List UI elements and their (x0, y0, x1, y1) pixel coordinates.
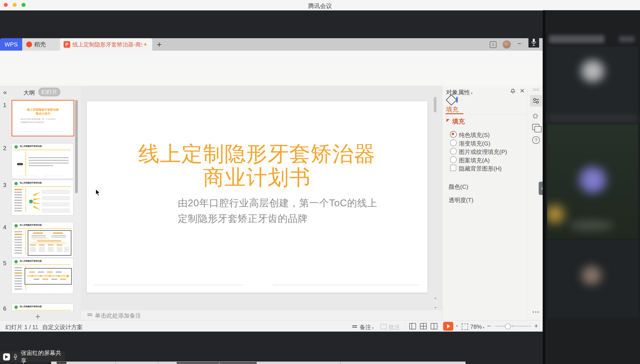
menubar: 文件∨ ↶▾ ↷ ⌄ 开始 插入 设计 切换 动画 放映 审阅 视图 开发工具 … (0, 51, 544, 63)
picture-fill-label: 图片或纹理填充(P) (459, 148, 507, 156)
object-properties-panel: 对象属性▾ ✕ 填充 填充 ▾ 纯色填充(S) 渐变填充(G) 图片或纹理填充(… (442, 86, 527, 320)
meeting-participants-panel (545, 10, 640, 364)
slide-subtitle-line2[interactable]: 定制隐形牙套矫正牙齿的品牌 (178, 212, 308, 225)
tab-document[interactable]: P 线上定制隐形牙套矫治器-商业计划书 (60, 38, 152, 51)
zoom-level[interactable]: 78%▾ (470, 323, 484, 330)
comments-icon (380, 324, 387, 329)
window-switch-icon[interactable]: 1 (490, 41, 496, 48)
mouse-cursor (95, 189, 101, 196)
minimize-app-button[interactable]: − (517, 40, 521, 48)
slides-sidebar: « 大纲 幻灯片 1 线上定制隐形牙套矫治器 商业计划书 由20年口腔行业高层创… (0, 86, 81, 320)
collapse-sidebar-button[interactable]: « (3, 88, 7, 96)
participant-name-blur (549, 35, 604, 43)
reading-view-icon[interactable] (431, 323, 437, 329)
microphone-icon (531, 38, 537, 46)
slide-title-line2[interactable]: 商业计划书 (87, 164, 427, 192)
transparency-label: 透明度(T) (449, 196, 473, 204)
docer-icon (26, 42, 32, 47)
screen-share-badge: 张宙红的屏幕共享 (0, 352, 65, 362)
tab-wps-home[interactable]: WPS (0, 38, 22, 51)
radio-solid-fill[interactable] (450, 131, 457, 138)
design-scheme[interactable]: 自定义设计方案 (42, 323, 83, 331)
more-panels-icon[interactable] (533, 311, 534, 313)
section-collapse-icon[interactable] (446, 119, 450, 122)
participant-video-tile[interactable] (547, 124, 638, 239)
fill-section-label: 填充 (452, 117, 465, 126)
notes-bar[interactable]: 单击此处添加备注 (81, 310, 442, 320)
previous-slide-button[interactable]: ⌃ (433, 297, 437, 302)
participant-video-tile[interactable] (547, 240, 638, 318)
participant-video-tile[interactable] (547, 47, 638, 111)
microphone-icon (13, 354, 18, 360)
color-label: 颜色(C) (449, 183, 468, 191)
screen: 腾讯会议 WPS 稻壳 P 线上定制隐形牙套矫治器-商业计划书 + 1 − 文件… (0, 0, 640, 364)
comments-toggle[interactable]: 批注 (388, 323, 400, 331)
tab-slides[interactable]: 幻灯片 (38, 88, 61, 96)
notes-icon (87, 314, 92, 314)
slide-footer-line-left (94, 285, 243, 285)
panel-divider (543, 10, 546, 364)
normal-view-icon[interactable] (409, 323, 416, 329)
notes-placeholder: 单击此处添加备注 (95, 312, 141, 320)
tab-outline[interactable]: 大纲 (23, 89, 35, 96)
next-slide-button[interactable]: ⌄ (433, 304, 437, 310)
hide-background-label: 隐藏背景图形(H) (459, 165, 501, 172)
hide-background-checkbox[interactable] (450, 165, 456, 171)
drag-handle-icon (533, 89, 539, 89)
slide-thumbnail-1[interactable]: 线上定制隐形牙套矫治器 商业计划书 由20年口腔行业高层创建，第一个ToC的线上… (12, 100, 74, 136)
effects-star-icon[interactable]: ✩ (532, 112, 539, 120)
notes-toggle-icon (352, 325, 357, 326)
sidebar-scrollbar[interactable] (75, 100, 78, 193)
canvas-scrollbar[interactable] (434, 97, 436, 112)
meeting-app-icon (3, 353, 10, 360)
close-panel-icon[interactable]: ✕ (520, 88, 525, 94)
radio-picture-fill[interactable] (450, 148, 457, 154)
fit-window-icon[interactable] (462, 324, 468, 330)
app-title: 腾讯会议 (0, 2, 640, 10)
panel-switcher-strip: ✩ ? (527, 86, 545, 320)
presentation-file-icon: P (64, 41, 70, 48)
slide-6-number: 6 (3, 305, 10, 312)
play-options-icon[interactable]: ▾ (455, 324, 458, 328)
tab-docer[interactable]: 稻壳 (22, 38, 60, 51)
slide-sorter-icon[interactable] (420, 323, 427, 329)
slide-counter: 幻灯片 1 / 11 (5, 323, 38, 331)
background-window-sliver (51, 362, 465, 364)
wps-tabbar: WPS 稻壳 P 线上定制隐形牙套矫治器-商业计划书 + 1 − (0, 38, 544, 51)
slide-1-number: 1 (3, 102, 10, 108)
slide-thumbnail-5[interactable]: 线上定制隐形牙套矫治器 (12, 258, 73, 294)
slide-3-number: 3 (3, 182, 10, 188)
zoom-out-button[interactable]: − (487, 322, 491, 330)
notes-toggle[interactable]: 备注▾ (360, 323, 374, 331)
add-slide-button[interactable]: + (33, 312, 42, 320)
properties-tab-active[interactable] (530, 95, 542, 106)
slide-thumbnail-3[interactable]: 线上定制隐形牙套矫治器 (12, 180, 73, 216)
slide-thumbnail-6[interactable]: 线上定制隐形牙套矫治器 (12, 304, 73, 312)
document-tab-title: 线上定制隐形牙套矫治器-商业计划书 (73, 41, 143, 48)
gradient-fill-label: 渐变填充(G) (459, 140, 490, 148)
play-slideshow-button[interactable] (443, 322, 453, 331)
radio-pattern-fill[interactable] (450, 156, 457, 163)
statusbar: 幻灯片 1 / 11 自定义设计方案 备注▾ 批注 ▾ 78%▾ − + (0, 320, 544, 332)
slide-thumbnail-4[interactable]: 线上定制隐形牙套矫治器 (12, 222, 73, 258)
zoom-slider[interactable] (495, 326, 531, 326)
new-tab-button[interactable]: + (157, 40, 162, 49)
radio-gradient-fill[interactable] (450, 140, 457, 146)
slide-footer-line-right (273, 285, 419, 285)
sliders-icon (533, 98, 539, 104)
slide-subtitle-line1[interactable]: 由20年口腔行业高层创建，第一个ToC的线上 (178, 196, 377, 210)
panel-tab-fill[interactable]: 填充 (446, 105, 458, 114)
slide-5-number: 5 (3, 260, 10, 267)
slide-2-number: 2 (3, 145, 10, 152)
meeting-mic-indicator (528, 37, 539, 48)
help-icon[interactable]: ? (532, 136, 540, 144)
slide-4-number: 4 (3, 224, 10, 231)
account-avatar[interactable] (503, 40, 511, 48)
zoom-in-button[interactable]: + (534, 322, 538, 330)
slide-thumbnail-2[interactable]: 线上定制隐形牙套矫治器 (12, 143, 73, 179)
zoom-slider-handle[interactable] (505, 324, 511, 329)
pin-icon[interactable] (510, 89, 515, 94)
solid-fill-label: 纯色填充(S) (459, 131, 490, 139)
panel-title: 对象属性▾ (446, 88, 473, 96)
unsaved-dot-icon (144, 43, 147, 46)
